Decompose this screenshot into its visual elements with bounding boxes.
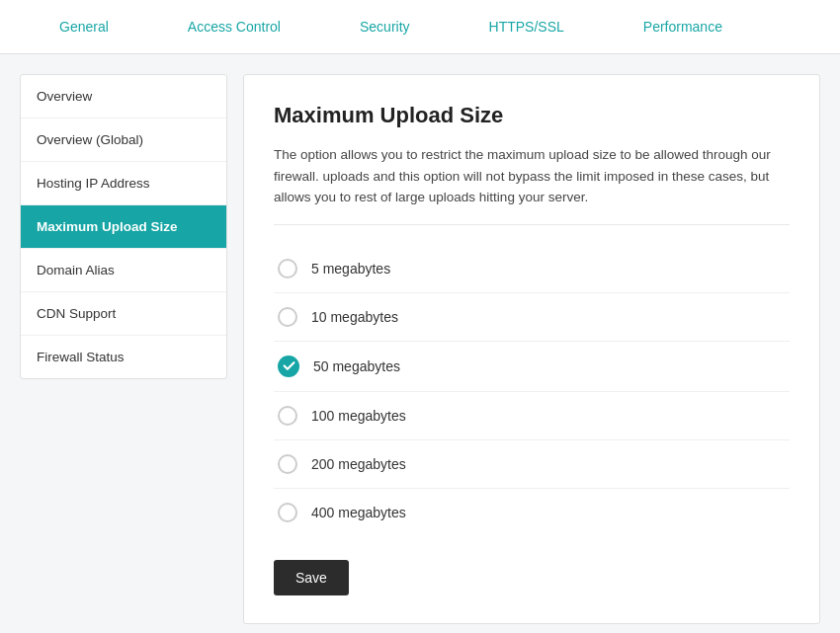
nav-item-general[interactable]: General	[20, 19, 148, 35]
sidebar-item-firewall-status[interactable]: Firewall Status	[21, 336, 226, 378]
nav-item-https-ssl[interactable]: HTTPS/SSL	[450, 19, 604, 35]
radio-checkmark-50mb	[278, 356, 299, 377]
nav-item-access-control[interactable]: Access Control	[148, 19, 320, 35]
radio-circle-400mb	[278, 503, 297, 522]
radio-option-100mb[interactable]: 100 megabytes	[274, 392, 790, 440]
sidebar-item-max-upload[interactable]: Maximum Upload Size	[21, 205, 226, 249]
radio-option-5mb[interactable]: 5 megabytes	[274, 245, 790, 293]
radio-label-50mb: 50 megabytes	[313, 358, 400, 374]
radio-option-10mb[interactable]: 10 megabytes	[274, 293, 790, 342]
radio-options-group: 5 megabytes 10 megabytes 50 megabytes 1	[274, 245, 790, 536]
sidebar-item-domain-alias[interactable]: Domain Alias	[21, 249, 226, 292]
radio-circle-5mb	[278, 259, 297, 278]
main-layout: Overview Overview (Global) Hosting IP Ad…	[0, 54, 840, 633]
radio-label-400mb: 400 megabytes	[311, 505, 406, 520]
sidebar-item-overview-global[interactable]: Overview (Global)	[21, 119, 226, 162]
nav-item-security[interactable]: Security	[320, 19, 450, 35]
radio-label-200mb: 200 megabytes	[311, 456, 406, 472]
radio-circle-100mb	[278, 406, 297, 426]
save-button[interactable]: Save	[274, 560, 349, 595]
radio-label-5mb: 5 megabytes	[311, 261, 390, 277]
radio-circle-200mb	[278, 454, 297, 474]
sidebar: Overview Overview (Global) Hosting IP Ad…	[20, 74, 227, 379]
radio-circle-10mb	[278, 307, 297, 327]
content-description: The option allows you to restrict the ma…	[274, 144, 790, 225]
page-title: Maximum Upload Size	[274, 103, 790, 128]
top-nav: General Access Control Security HTTPS/SS…	[0, 0, 840, 54]
sidebar-item-cdn-support[interactable]: CDN Support	[21, 292, 226, 336]
nav-item-performance[interactable]: Performance	[604, 19, 762, 35]
radio-option-50mb[interactable]: 50 megabytes	[274, 342, 790, 392]
radio-label-10mb: 10 megabytes	[311, 309, 398, 325]
radio-label-100mb: 100 megabytes	[311, 408, 406, 424]
radio-option-200mb[interactable]: 200 megabytes	[274, 440, 790, 489]
radio-option-400mb[interactable]: 400 megabytes	[274, 489, 790, 536]
sidebar-item-overview[interactable]: Overview	[21, 75, 226, 119]
content-panel: Maximum Upload Size The option allows yo…	[243, 74, 820, 624]
sidebar-item-hosting-ip[interactable]: Hosting IP Address	[21, 162, 226, 205]
